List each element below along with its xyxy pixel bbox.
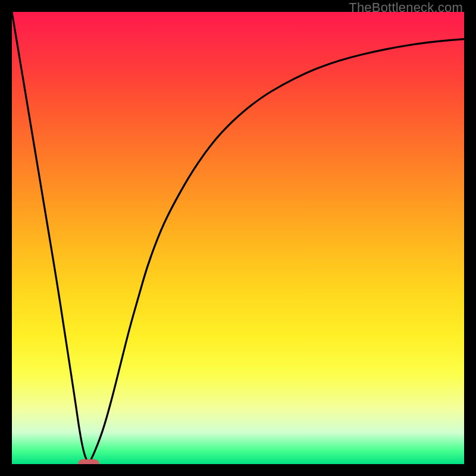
optimal-point-marker	[78, 459, 99, 464]
bottleneck-curve	[12, 12, 464, 462]
chart-frame: TheBottleneck.com	[0, 0, 476, 476]
curve-layer	[12, 12, 464, 464]
plot-area	[12, 12, 464, 464]
